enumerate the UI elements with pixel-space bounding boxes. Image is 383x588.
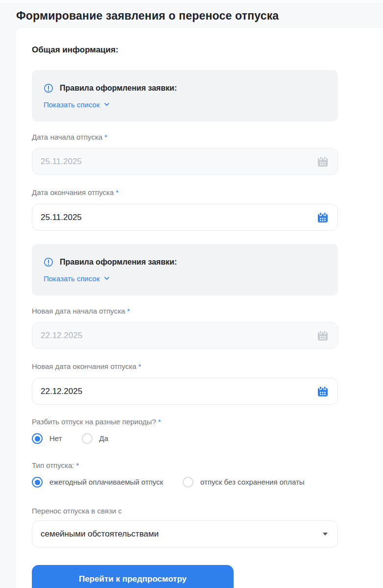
start-date-label: Дата начала отпуска* <box>32 132 338 142</box>
chevron-down-icon <box>104 100 110 109</box>
radio-unselected-icon <box>82 433 93 444</box>
alert-circle-icon <box>44 83 53 93</box>
go-to-preview-button[interactable]: Перейти к предпросмотру <box>32 565 234 588</box>
rules-notice-title: Правила оформления заявки: <box>60 257 177 267</box>
radio-option-paid-vacation[interactable]: ежегодный оплачиваемый отпуск <box>32 477 163 488</box>
radio-option-unpaid-vacation[interactable]: отпуск без сохранения оплаты <box>183 477 305 488</box>
show-list-label: Показать список <box>44 274 100 283</box>
new-start-date-input <box>32 322 338 349</box>
new-start-date-label: Новая дата начала отпуска* <box>32 306 338 316</box>
page-title: Формирование заявления о переносе отпуск… <box>16 9 383 23</box>
required-asterisk: * <box>138 362 141 370</box>
rules-notice-title: Правила оформления заявки: <box>60 83 177 93</box>
transfer-reason-select[interactable]: семейными обстоятельствами <box>32 520 338 548</box>
required-asterisk: * <box>104 133 107 141</box>
radio-selected-icon <box>32 477 43 488</box>
vacation-type-label: Тип отпуска:* <box>32 461 338 470</box>
end-date-label: Дата окончания отпуска* <box>32 188 338 197</box>
caret-down-icon <box>323 533 328 536</box>
show-list-link[interactable]: Показать список <box>44 100 110 109</box>
split-question-radio-group: Нет Да <box>32 433 338 444</box>
calendar-icon <box>316 329 329 342</box>
top-border-strip <box>0 0 383 4</box>
radio-selected-icon <box>32 433 43 444</box>
vacation-type-radio-group: ежегодный оплачиваемый отпуск отпуск без… <box>32 477 338 488</box>
calendar-icon <box>316 155 329 168</box>
rules-notice: Правила оформления заявки: Показать спис… <box>32 70 338 122</box>
chevron-down-icon <box>104 274 110 283</box>
calendar-icon[interactable] <box>316 385 329 398</box>
start-date-input <box>32 148 338 175</box>
required-asterisk: * <box>158 417 161 426</box>
split-question-label: Разбить отпуск на разные периоды?* <box>32 417 338 427</box>
transfer-reason-label: Перенос отпуска в связи с <box>32 506 338 516</box>
radio-option-yes[interactable]: Да <box>82 433 109 444</box>
required-asterisk: * <box>116 188 119 196</box>
rules-notice: Правила оформления заявки: Показать спис… <box>32 244 338 295</box>
form-card: Общая информация: Правила оформления зая… <box>16 28 383 588</box>
alert-circle-icon <box>44 257 53 267</box>
end-date-input[interactable] <box>32 204 338 231</box>
selected-option: семейными обстоятельствами <box>41 529 159 539</box>
section-heading: Общая информация: <box>32 45 338 55</box>
radio-option-no[interactable]: Нет <box>32 433 62 444</box>
show-list-link[interactable]: Показать список <box>44 274 110 283</box>
new-end-date-input[interactable] <box>32 378 338 405</box>
calendar-icon[interactable] <box>316 211 329 224</box>
show-list-label: Показать список <box>44 100 100 109</box>
required-asterisk: * <box>76 461 79 469</box>
required-asterisk: * <box>127 307 130 315</box>
new-end-date-label: Новая дата окончания отпуска* <box>32 362 338 371</box>
radio-unselected-icon <box>183 477 193 488</box>
